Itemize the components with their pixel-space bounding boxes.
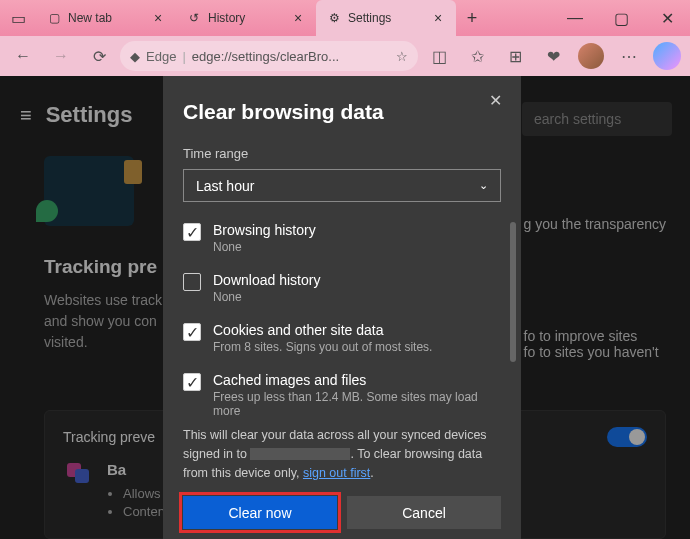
checkbox[interactable]: ✓ <box>183 373 201 391</box>
close-window-button[interactable]: ✕ <box>644 0 690 36</box>
sign-out-link[interactable]: sign out first <box>303 466 370 480</box>
maximize-button[interactable]: ▢ <box>598 0 644 36</box>
checkbox[interactable] <box>183 273 201 291</box>
addr-url: edge://settings/clearBro... <box>192 49 390 64</box>
close-icon[interactable]: × <box>430 10 446 26</box>
cancel-button[interactable]: Cancel <box>347 496 501 529</box>
tab-title: History <box>208 11 284 25</box>
redacted-account <box>250 448 350 460</box>
close-icon[interactable]: × <box>150 10 166 26</box>
forward-button: → <box>44 39 78 73</box>
more-icon[interactable]: ⋯ <box>612 39 646 73</box>
close-icon[interactable]: × <box>290 10 306 26</box>
wellness-icon[interactable]: ❤ <box>536 39 570 73</box>
tab-settings[interactable]: ⚙ Settings × <box>316 0 456 36</box>
dialog-close-button[interactable]: ✕ <box>481 86 509 114</box>
check-cookies[interactable]: ✓ Cookies and other site data From 8 sit… <box>183 322 501 354</box>
favorites-icon[interactable]: ✩ <box>460 39 494 73</box>
tab-icon: ▢ <box>46 10 62 26</box>
tab-title: Settings <box>348 11 424 25</box>
check-cached[interactable]: ✓ Cached images and files Frees up less … <box>183 372 501 418</box>
checkbox[interactable]: ✓ <box>183 323 201 341</box>
gear-icon: ⚙ <box>326 10 342 26</box>
extensions-icon[interactable]: ⊞ <box>498 39 532 73</box>
favorite-icon[interactable]: ☆ <box>396 49 408 64</box>
new-tab-button[interactable]: + <box>456 0 488 36</box>
clear-now-button[interactable]: Clear now <box>183 496 337 529</box>
time-range-select[interactable]: Last hour ⌄ <box>183 169 501 202</box>
profile-avatar[interactable] <box>574 39 608 73</box>
address-bar[interactable]: ◆ Edge | edge://settings/clearBro... ☆ <box>120 41 418 71</box>
copilot-icon[interactable] <box>650 39 684 73</box>
edge-icon: ◆ <box>130 49 140 64</box>
chevron-down-icon: ⌄ <box>479 179 488 192</box>
data-type-checklist: ✓ Browsing history None Download history… <box>183 222 501 418</box>
time-range-label: Time range <box>183 146 501 161</box>
sync-note: This will clear your data across all you… <box>183 426 501 482</box>
dialog-title: Clear browsing data <box>183 100 501 124</box>
minimize-button[interactable]: — <box>552 0 598 36</box>
settings-page: ≡ Settings earch settings Tracking pre W… <box>0 76 690 539</box>
titlebar: ▭ ▢ New tab × ↺ History × ⚙ Settings × +… <box>0 0 690 36</box>
back-button[interactable]: ← <box>6 39 40 73</box>
tab-new-tab[interactable]: ▢ New tab × <box>36 0 176 36</box>
tab-title: New tab <box>68 11 144 25</box>
tab-actions-icon[interactable]: ▭ <box>0 9 36 28</box>
history-icon: ↺ <box>186 10 202 26</box>
check-download-history[interactable]: Download history None <box>183 272 501 304</box>
addr-scheme: Edge <box>146 49 176 64</box>
toolbar: ← → ⟳ ◆ Edge | edge://settings/clearBro.… <box>0 36 690 76</box>
tab-history[interactable]: ↺ History × <box>176 0 316 36</box>
check-browsing-history[interactable]: ✓ Browsing history None <box>183 222 501 254</box>
checkbox[interactable]: ✓ <box>183 223 201 241</box>
scrollbar[interactable] <box>510 222 516 362</box>
split-screen-icon[interactable]: ◫ <box>422 39 456 73</box>
refresh-button[interactable]: ⟳ <box>82 39 116 73</box>
tab-strip: ▢ New tab × ↺ History × ⚙ Settings × + <box>36 0 552 36</box>
clear-browsing-data-dialog: ✕ Clear browsing data Time range Last ho… <box>163 76 521 539</box>
